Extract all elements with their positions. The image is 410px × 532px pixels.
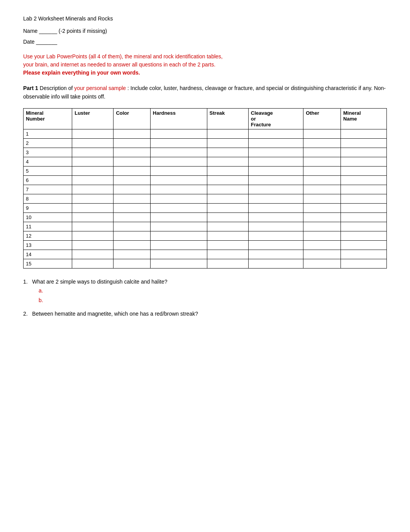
cell-data — [303, 222, 341, 231]
col-header-streak: Streak — [207, 108, 248, 129]
question-2: 2. Between hematite and magnetite, which… — [23, 310, 387, 318]
cell-data — [207, 166, 248, 175]
table-row: 5 — [24, 166, 387, 175]
cell-data — [248, 203, 303, 212]
col-header-hardness: Hardness — [150, 108, 207, 129]
cell-data — [303, 148, 341, 157]
cell-data — [303, 138, 341, 148]
col-header-mineral-name: MineralName — [341, 108, 387, 129]
cell-data — [248, 175, 303, 185]
cell-data — [114, 231, 150, 240]
cell-data — [72, 166, 114, 175]
cell-data — [207, 240, 248, 250]
cell-data — [72, 231, 114, 240]
cell-mineral-number: 14 — [24, 250, 72, 259]
col-header-cleavage: CleavageorFracture — [248, 108, 303, 129]
cell-data — [303, 231, 341, 240]
table-row: 12 — [24, 231, 387, 240]
cell-data — [341, 148, 387, 157]
cell-data — [114, 194, 150, 203]
cell-data — [114, 148, 150, 157]
cell-data — [341, 185, 387, 194]
table-row: 2 — [24, 138, 387, 148]
part1-desc: Description of — [40, 85, 74, 91]
part1-red: your personal sample — [74, 85, 126, 91]
cell-data — [150, 240, 207, 250]
cell-data — [248, 194, 303, 203]
cell-data — [248, 129, 303, 138]
cell-data — [150, 148, 207, 157]
cell-data — [341, 231, 387, 240]
cell-data — [303, 250, 341, 259]
cell-data — [114, 157, 150, 166]
cell-data — [341, 259, 387, 268]
cell-mineral-number: 10 — [24, 212, 72, 222]
cell-data — [248, 222, 303, 231]
table-row: 3 — [24, 148, 387, 157]
cell-data — [150, 259, 207, 268]
cell-data — [150, 166, 207, 175]
cell-data — [150, 250, 207, 259]
cell-data — [207, 231, 248, 240]
cell-data — [207, 129, 248, 138]
cell-data — [114, 203, 150, 212]
q1-sub-b: b. — [39, 296, 387, 305]
cell-data — [303, 240, 341, 250]
cell-data — [72, 185, 114, 194]
cell-data — [72, 157, 114, 166]
cell-data — [341, 129, 387, 138]
cell-data — [303, 175, 341, 185]
cell-data — [303, 212, 341, 222]
cell-data — [114, 240, 150, 250]
table-row: 7 — [24, 185, 387, 194]
cell-data — [248, 166, 303, 175]
cell-mineral-number: 12 — [24, 231, 72, 240]
cell-data — [303, 166, 341, 175]
cell-data — [207, 194, 248, 203]
cell-data — [341, 203, 387, 212]
cell-data — [114, 175, 150, 185]
date-blank-line: _______ — [36, 39, 57, 45]
cell-mineral-number: 4 — [24, 157, 72, 166]
cell-data — [248, 259, 303, 268]
cell-data — [248, 148, 303, 157]
cell-data — [303, 194, 341, 203]
cell-data — [341, 138, 387, 148]
cell-data — [303, 129, 341, 138]
q1-text: What are 2 simple ways to distinguish ca… — [32, 279, 167, 285]
cell-data — [248, 231, 303, 240]
name-points: (-2 points if missing) — [59, 28, 107, 34]
question-1: 1. What are 2 simple ways to distinguish… — [23, 278, 387, 305]
cell-mineral-number: 15 — [24, 259, 72, 268]
cell-data — [341, 157, 387, 166]
cell-data — [248, 157, 303, 166]
cell-data — [72, 240, 114, 250]
cell-data — [150, 212, 207, 222]
cell-data — [150, 194, 207, 203]
q2-number: 2. — [23, 311, 28, 317]
cell-data — [72, 175, 114, 185]
cell-data — [207, 157, 248, 166]
cell-data — [207, 250, 248, 259]
cell-mineral-number: 1 — [24, 129, 72, 138]
cell-mineral-number: 2 — [24, 138, 72, 148]
date-line: Date _______ — [23, 39, 387, 45]
cell-data — [248, 138, 303, 148]
mineral-table: MineralNumber Luster Color Hardness Stre… — [23, 108, 387, 269]
table-row: 9 — [24, 203, 387, 212]
cell-data — [114, 138, 150, 148]
cell-mineral-number: 11 — [24, 222, 72, 231]
instruction-line1: Use your Lab PowerPoints (all 4 of them)… — [23, 53, 223, 59]
cell-data — [248, 212, 303, 222]
cell-mineral-number: 6 — [24, 175, 72, 185]
part1-label: Part 1 — [23, 85, 38, 91]
q1-number: 1. — [23, 279, 28, 285]
cell-data — [114, 212, 150, 222]
cell-data — [303, 259, 341, 268]
cell-data — [150, 129, 207, 138]
cell-data — [150, 203, 207, 212]
cell-data — [341, 222, 387, 231]
cell-data — [150, 231, 207, 240]
cell-data — [72, 259, 114, 268]
table-row: 13 — [24, 240, 387, 250]
